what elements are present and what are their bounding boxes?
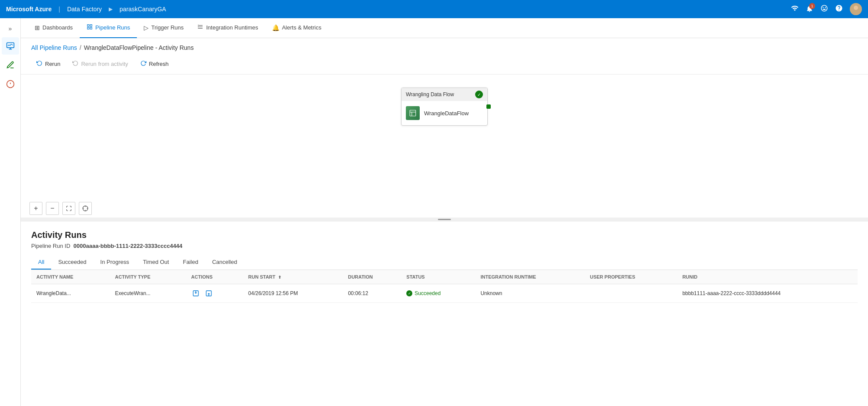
tab-alerts-metrics-label: Alerts & Metrics bbox=[282, 24, 321, 31]
node-connector bbox=[486, 104, 491, 109]
topbar-right: 1 bbox=[791, 3, 862, 15]
rerun-button[interactable]: Rerun bbox=[31, 58, 65, 70]
node-body: WrangleDataFlow bbox=[402, 101, 487, 125]
alerts-icon: 🔔 bbox=[272, 24, 279, 31]
tab-pipeline-runs-label: Pipeline Runs bbox=[95, 24, 130, 31]
col-run-start: RUN START ⬆ bbox=[243, 270, 343, 284]
cell-integration-runtime: Unknown bbox=[475, 284, 585, 303]
sidebar-item-alert[interactable] bbox=[2, 75, 19, 93]
tab-integration-runtimes[interactable]: Integration Runtimes bbox=[191, 18, 265, 38]
tab-trigger-runs[interactable]: ▷ Trigger Runs bbox=[137, 18, 191, 38]
breadcrumb: All Pipeline Runs / WrangleDataFlowPipel… bbox=[21, 38, 868, 55]
section-title: Activity Runs bbox=[31, 230, 858, 240]
avatar[interactable] bbox=[850, 3, 862, 15]
canvas-controls: + − bbox=[29, 202, 92, 215]
sidebar: » bbox=[0, 18, 21, 406]
col-activity-name: ACTIVITY NAME bbox=[31, 270, 110, 284]
sidebar-toggle[interactable]: » bbox=[3, 22, 17, 36]
node-header-label: Wrangling Data Flow bbox=[406, 91, 454, 97]
cell-activity-name: WrangleData... bbox=[31, 284, 110, 303]
wifi-icon[interactable] bbox=[791, 4, 799, 14]
content-area: All Pipeline Runs / WrangleDataFlowPipel… bbox=[21, 38, 868, 406]
col-user-properties: USER PROPERTIES bbox=[585, 270, 677, 284]
rerun-icon bbox=[36, 60, 42, 68]
topbar-arrow-icon: ▶ bbox=[109, 6, 113, 12]
nav-tabs: ⊞ Dashboards Pipeline Runs ▷ Trigger Run… bbox=[21, 18, 868, 38]
filter-tab-cancelled[interactable]: Cancelled bbox=[205, 255, 244, 270]
rerun-label: Rerun bbox=[45, 61, 60, 67]
filter-tab-all[interactable]: All bbox=[31, 255, 51, 270]
smiley-icon[interactable] bbox=[820, 4, 828, 14]
tab-dashboards[interactable]: ⊞ Dashboards bbox=[28, 18, 80, 38]
toolbar: Rerun Rerun from activity Refresh bbox=[21, 55, 868, 74]
action-input-icon[interactable] bbox=[191, 289, 201, 298]
svg-rect-10 bbox=[90, 27, 92, 29]
activity-runs-section: Activity Runs Pipeline Run ID 0000aaaa-b… bbox=[21, 221, 868, 303]
trigger-runs-icon: ▷ bbox=[144, 24, 149, 31]
pipeline-node[interactable]: Wrangling Data Flow ✓ WrangleDataFlow bbox=[401, 88, 488, 126]
canvas-area: Wrangling Data Flow ✓ WrangleDataFlow + … bbox=[21, 74, 868, 221]
sidebar-item-monitor[interactable] bbox=[2, 37, 19, 55]
cell-run-start: 04/26/2019 12:56 PM bbox=[243, 284, 343, 303]
crosshair-button[interactable] bbox=[79, 202, 92, 215]
action-output-icon[interactable] bbox=[204, 289, 214, 298]
topbar: Microsoft Azure | Data Factory ▶ paraskC… bbox=[0, 0, 868, 18]
node-header: Wrangling Data Flow ✓ bbox=[402, 88, 487, 101]
pipeline-run-id-label: Pipeline Run ID bbox=[31, 243, 70, 249]
main-content: ⊞ Dashboards Pipeline Runs ▷ Trigger Run… bbox=[21, 18, 868, 406]
dashboards-icon: ⊞ bbox=[35, 24, 40, 31]
node-activity-icon bbox=[406, 106, 420, 120]
breadcrumb-current: WrangleDataFlowPipeline - Activity Runs bbox=[84, 44, 194, 51]
svg-rect-8 bbox=[87, 25, 89, 26]
run-start-sort-icon[interactable]: ⬆ bbox=[278, 275, 282, 279]
svg-rect-9 bbox=[90, 25, 92, 26]
rerun-from-activity-button[interactable]: Rerun from activity bbox=[67, 58, 133, 70]
col-integration-runtime: INTEGRATION RUNTIME bbox=[475, 270, 585, 284]
col-runid: RUNID bbox=[677, 270, 858, 284]
breadcrumb-parent[interactable]: All Pipeline Runs bbox=[31, 44, 77, 51]
filter-tab-in-progress[interactable]: In Progress bbox=[94, 255, 136, 270]
status-dot: ✓ bbox=[406, 290, 412, 296]
zoom-in-button[interactable]: + bbox=[29, 202, 42, 215]
col-activity-type: ACTIVITY TYPE bbox=[110, 270, 186, 284]
filter-tab-succeeded[interactable]: Succeeded bbox=[51, 255, 93, 270]
pipeline-run-id-row: Pipeline Run ID 0000aaaa-bbbb-1111-2222-… bbox=[31, 243, 858, 249]
topbar-factory: paraskCanaryGA bbox=[120, 6, 166, 13]
col-duration: DURATION bbox=[343, 270, 401, 284]
col-actions: ACTIONS bbox=[186, 270, 243, 284]
topbar-separator: | bbox=[58, 6, 60, 13]
filter-tab-failed[interactable]: Failed bbox=[176, 255, 205, 270]
notification-bell[interactable]: 1 bbox=[806, 5, 813, 14]
cell-duration: 00:06:12 bbox=[343, 284, 401, 303]
refresh-icon bbox=[140, 60, 146, 68]
node-activity-label: WrangleDataFlow bbox=[424, 110, 469, 117]
filter-tab-timed-out[interactable]: Timed Out bbox=[136, 255, 176, 270]
zoom-out-button[interactable]: − bbox=[46, 202, 59, 215]
refresh-label: Refresh bbox=[149, 61, 169, 67]
cell-status: ✓ Succeeded bbox=[401, 284, 475, 303]
cell-runid: bbbb1111-aaaa-2222-cccc-3333dddd4444 bbox=[677, 284, 858, 303]
rerun-from-activity-label: Rerun from activity bbox=[81, 61, 128, 67]
refresh-button[interactable]: Refresh bbox=[135, 58, 174, 70]
pipeline-runs-icon bbox=[87, 24, 93, 31]
tab-pipeline-runs[interactable]: Pipeline Runs bbox=[80, 18, 137, 38]
svg-point-1 bbox=[852, 11, 860, 15]
tab-integration-runtimes-label: Integration Runtimes bbox=[206, 24, 258, 31]
svg-rect-12 bbox=[410, 110, 416, 116]
activity-runs-table: ACTIVITY NAME ACTIVITY TYPE ACTIONS RUN … bbox=[31, 270, 858, 303]
cell-actions bbox=[186, 284, 243, 303]
tab-alerts-metrics[interactable]: 🔔 Alerts & Metrics bbox=[265, 18, 328, 38]
status-label: Succeeded bbox=[415, 290, 440, 296]
fit-button[interactable] bbox=[62, 202, 75, 215]
rerun-from-activity-icon bbox=[72, 60, 78, 68]
svg-point-0 bbox=[854, 6, 858, 10]
breadcrumb-separator: / bbox=[80, 44, 81, 51]
node-success-icon: ✓ bbox=[475, 91, 483, 98]
help-icon[interactable] bbox=[835, 4, 843, 14]
tab-dashboards-label: Dashboards bbox=[42, 24, 73, 31]
cell-user-properties bbox=[585, 284, 677, 303]
pipeline-run-id-value: 0000aaaa-bbbb-1111-2222-3333cccc4444 bbox=[74, 243, 183, 249]
status-succeeded: ✓ Succeeded bbox=[406, 290, 470, 296]
sidebar-item-edit[interactable] bbox=[2, 56, 19, 74]
topbar-service: Data Factory bbox=[67, 6, 102, 13]
